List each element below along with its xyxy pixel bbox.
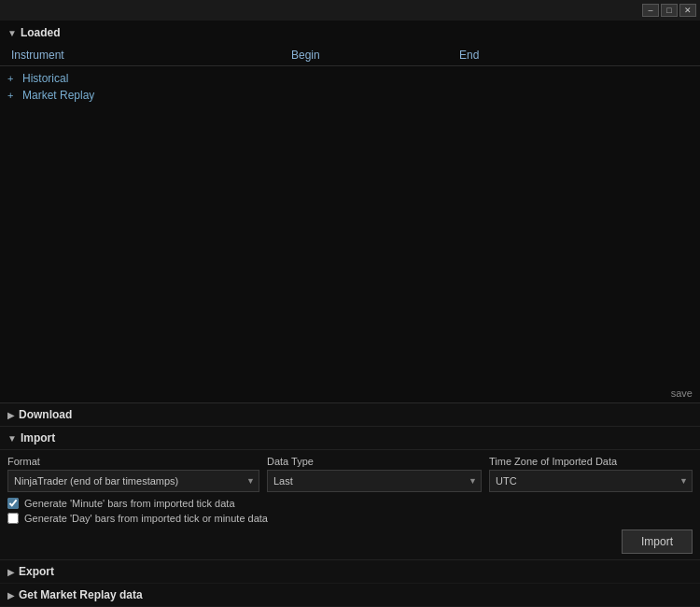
market-replay-item-label: Market Replay: [22, 89, 94, 102]
main-content: ▼ Loaded Instrument Begin End + Historic…: [0, 21, 700, 607]
checkbox-minute[interactable]: [7, 498, 19, 509]
import-actions: Import: [7, 529, 693, 554]
import-button[interactable]: Import: [622, 529, 693, 554]
import-section-header[interactable]: ▼ Import: [0, 427, 700, 450]
column-end: End: [455, 47, 693, 64]
tree-area: + Historical + Market Replay: [0, 66, 700, 384]
minimize-button[interactable]: –: [642, 4, 659, 17]
timezone-select[interactable]: UTC Exchange Local: [489, 470, 693, 492]
format-select[interactable]: NinjaTrader (end of bar timestamps) Ninj…: [7, 470, 259, 492]
data-type-label: Data Type: [267, 456, 482, 467]
close-button[interactable]: ✕: [679, 4, 696, 17]
checkboxes-row: Generate 'Minute' bars from imported tic…: [7, 498, 693, 524]
historical-item-label: Historical: [22, 72, 68, 85]
download-arrow-icon: ▶: [7, 410, 15, 420]
loaded-section-label: Loaded: [21, 26, 61, 39]
download-section-label: Download: [19, 408, 72, 421]
market-replay-arrow-icon: ▶: [7, 590, 15, 600]
list-item[interactable]: + Market Replay: [0, 87, 700, 104]
export-section-label: Export: [19, 565, 54, 578]
loaded-section-header[interactable]: ▼ Loaded: [0, 21, 700, 45]
column-begin: Begin: [287, 47, 455, 64]
format-label: Format: [7, 456, 259, 467]
market-replay-section-label: Get Market Replay data: [19, 588, 143, 601]
checkbox-day[interactable]: [7, 513, 19, 524]
download-section-header[interactable]: ▶ Download: [0, 403, 700, 427]
loaded-section: ▼ Loaded Instrument Begin End + Historic…: [0, 21, 700, 402]
bottom-sections: ▶ Download ▼ Import Format NinjaTrader (…: [0, 402, 700, 607]
maximize-button[interactable]: □: [661, 4, 678, 17]
timezone-field-group: Time Zone of Imported Data UTC Exchange …: [489, 456, 693, 492]
save-link[interactable]: save: [671, 388, 693, 399]
data-type-select-wrapper[interactable]: Last Bid Ask BidAsk: [267, 470, 482, 492]
column-instrument: Instrument: [7, 47, 287, 64]
format-field-group: Format NinjaTrader (end of bar timestamp…: [7, 456, 259, 492]
import-section-label: Import: [21, 431, 55, 445]
import-body: Format NinjaTrader (end of bar timestamp…: [0, 450, 700, 560]
export-arrow-icon: ▶: [7, 567, 15, 577]
table-header: Instrument Begin End: [0, 45, 700, 66]
import-fields-row: Format NinjaTrader (end of bar timestamp…: [7, 456, 693, 492]
checkbox-minute-item[interactable]: Generate 'Minute' bars from imported tic…: [7, 498, 693, 509]
import-arrow-icon: ▼: [7, 433, 17, 444]
checkbox-minute-label: Generate 'Minute' bars from imported tic…: [24, 498, 235, 509]
export-section-header[interactable]: ▶ Export: [0, 560, 700, 584]
timezone-label: Time Zone of Imported Data: [489, 456, 693, 467]
loaded-arrow-icon: ▼: [7, 28, 17, 38]
checkbox-day-item[interactable]: Generate 'Day' bars from imported tick o…: [7, 513, 693, 524]
checkbox-day-label: Generate 'Day' bars from imported tick o…: [24, 513, 268, 524]
timezone-select-wrapper[interactable]: UTC Exchange Local: [489, 470, 693, 492]
data-type-field-group: Data Type Last Bid Ask BidAsk: [267, 456, 482, 492]
format-select-wrapper[interactable]: NinjaTrader (end of bar timestamps) Ninj…: [7, 470, 259, 492]
market-replay-section-header[interactable]: ▶ Get Market Replay data: [0, 584, 700, 607]
expand-market-replay-icon: +: [7, 90, 19, 101]
titlebar: – □ ✕: [0, 0, 700, 21]
save-row: save: [0, 384, 700, 402]
list-item[interactable]: + Historical: [0, 70, 700, 87]
expand-historical-icon: +: [7, 73, 19, 84]
data-type-select[interactable]: Last Bid Ask BidAsk: [267, 470, 482, 492]
